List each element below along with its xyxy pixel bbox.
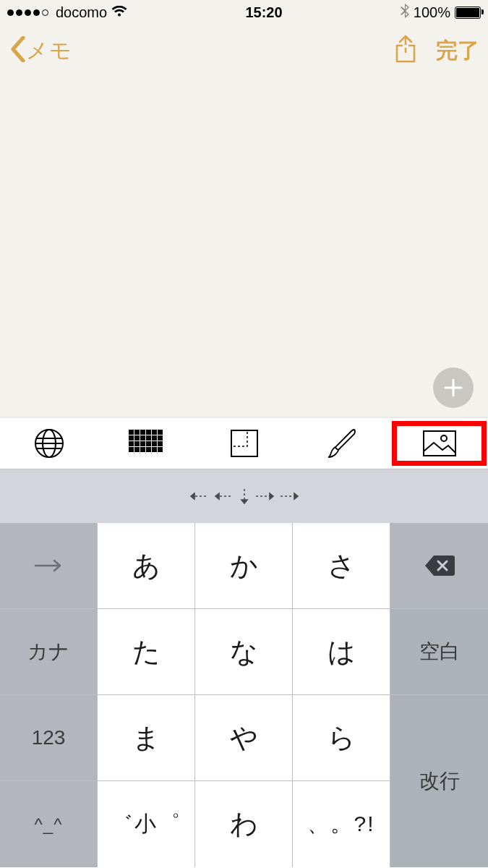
key-a[interactable]: あ bbox=[98, 523, 195, 609]
nav-bar: メモ 完了 bbox=[0, 25, 488, 77]
carrier-label: docomo bbox=[56, 4, 107, 21]
key-delete[interactable] bbox=[390, 523, 488, 609]
status-bar: docomo 15:20 100% bbox=[0, 0, 488, 25]
svg-rect-22 bbox=[129, 447, 134, 452]
toolbar-globe[interactable] bbox=[0, 418, 98, 469]
cursor-arrows-icon bbox=[187, 486, 302, 506]
toolbar-picture[interactable] bbox=[390, 418, 488, 469]
key-ya[interactable]: や bbox=[195, 695, 293, 781]
key-next-candidate[interactable] bbox=[0, 523, 98, 609]
svg-rect-19 bbox=[146, 441, 151, 446]
cursor-move-handle[interactable] bbox=[187, 486, 302, 506]
back-button[interactable]: メモ bbox=[9, 36, 72, 66]
toolbar-fold[interactable] bbox=[195, 418, 293, 469]
note-content-area[interactable] bbox=[0, 77, 488, 418]
svg-rect-12 bbox=[140, 435, 145, 441]
key-na[interactable]: な bbox=[195, 609, 293, 695]
key-wa[interactable]: わ bbox=[195, 781, 293, 867]
brush-icon bbox=[325, 427, 359, 460]
svg-rect-28 bbox=[231, 430, 257, 456]
share-icon bbox=[394, 35, 417, 64]
svg-rect-16 bbox=[129, 441, 134, 446]
key-space[interactable]: 空白 bbox=[390, 609, 488, 695]
svg-rect-4 bbox=[129, 430, 134, 435]
key-123[interactable]: 123 bbox=[0, 695, 98, 781]
svg-rect-24 bbox=[140, 447, 145, 452]
key-ta[interactable]: た bbox=[98, 609, 195, 695]
svg-rect-13 bbox=[146, 435, 151, 441]
svg-rect-6 bbox=[140, 430, 145, 435]
svg-rect-27 bbox=[158, 447, 163, 452]
share-button[interactable] bbox=[394, 35, 417, 67]
back-label: メモ bbox=[26, 36, 72, 66]
keyboard-cursor-row[interactable] bbox=[0, 469, 488, 523]
signal-dots bbox=[7, 9, 48, 16]
svg-rect-18 bbox=[140, 441, 145, 446]
svg-rect-9 bbox=[158, 430, 163, 435]
svg-rect-5 bbox=[134, 430, 140, 435]
done-button[interactable]: 完了 bbox=[436, 36, 479, 66]
svg-rect-25 bbox=[146, 447, 151, 452]
svg-rect-1 bbox=[403, 45, 408, 48]
svg-rect-20 bbox=[152, 441, 157, 446]
status-time: 15:20 bbox=[245, 4, 282, 21]
svg-rect-17 bbox=[134, 441, 140, 446]
highlight-frame bbox=[392, 421, 487, 466]
key-punct[interactable]: 、。?! bbox=[293, 781, 390, 867]
svg-rect-11 bbox=[134, 435, 140, 441]
fold-icon bbox=[228, 427, 260, 459]
key-emoji[interactable]: ^_^ bbox=[0, 781, 98, 867]
delete-icon bbox=[424, 554, 455, 577]
key-return[interactable]: 改行 bbox=[390, 695, 488, 867]
keyboard: あ か さ カナ た な は 空白 123 ま や ら 改行 ^_^ ゛小゜ わ… bbox=[0, 523, 488, 867]
toolbar-grid[interactable] bbox=[98, 418, 195, 469]
svg-rect-26 bbox=[152, 447, 157, 452]
svg-rect-21 bbox=[158, 441, 163, 446]
arrow-right-icon bbox=[34, 558, 63, 573]
key-ra[interactable]: ら bbox=[293, 695, 390, 781]
key-ka[interactable]: か bbox=[195, 523, 293, 609]
svg-rect-14 bbox=[152, 435, 157, 441]
globe-icon bbox=[33, 427, 65, 459]
battery-pct: 100% bbox=[414, 4, 450, 21]
key-dakuten[interactable]: ゛小゜ bbox=[98, 781, 195, 867]
bluetooth-icon bbox=[401, 4, 409, 22]
toolbar-brush[interactable] bbox=[293, 418, 390, 469]
svg-rect-10 bbox=[129, 435, 134, 441]
svg-rect-23 bbox=[134, 447, 140, 452]
wifi-icon bbox=[111, 4, 127, 21]
ime-toolbar bbox=[0, 418, 488, 469]
key-kana[interactable]: カナ bbox=[0, 609, 98, 695]
add-button[interactable] bbox=[433, 367, 474, 408]
grid-icon bbox=[129, 430, 165, 457]
battery-icon bbox=[455, 7, 481, 19]
chevron-left-icon bbox=[9, 36, 26, 65]
key-sa[interactable]: さ bbox=[293, 523, 390, 609]
plus-icon bbox=[442, 377, 464, 399]
svg-rect-7 bbox=[146, 430, 151, 435]
key-ma[interactable]: ま bbox=[98, 695, 195, 781]
key-ha[interactable]: は bbox=[293, 609, 390, 695]
svg-rect-15 bbox=[158, 435, 163, 441]
svg-rect-8 bbox=[152, 430, 157, 435]
